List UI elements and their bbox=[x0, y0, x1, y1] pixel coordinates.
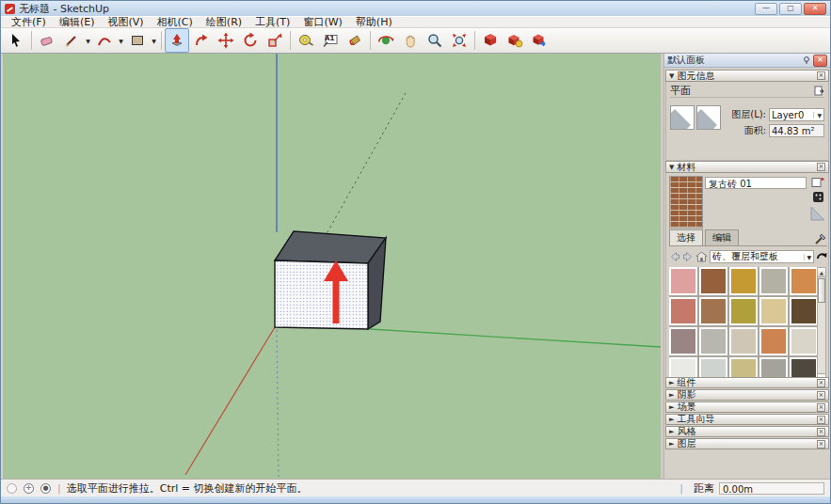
move-tool-button[interactable] bbox=[214, 28, 238, 53]
share-component-button[interactable] bbox=[527, 28, 551, 53]
move-icon bbox=[217, 32, 234, 49]
panel-section-collapsed[interactable]: ► 风格 × bbox=[665, 426, 829, 437]
panel-section-collapsed[interactable]: ► 工具向导 × bbox=[665, 414, 829, 425]
scale-tool-button[interactable] bbox=[263, 28, 287, 53]
material-swatch[interactable] bbox=[729, 327, 758, 355]
3d-viewport[interactable] bbox=[3, 54, 661, 479]
materials-header[interactable]: ▼ 材料 × bbox=[665, 161, 829, 173]
box-front-face-selected[interactable] bbox=[275, 260, 368, 329]
material-swatch[interactable] bbox=[699, 297, 727, 325]
status-hint: 选取平面进行推拉。Ctrl = 切换创建新的开始平面。 bbox=[67, 481, 308, 496]
close-button[interactable]: ✕ bbox=[804, 3, 826, 15]
panel-section-collapsed[interactable]: ► 组件 × bbox=[665, 377, 829, 388]
paint-bucket-tool-button[interactable] bbox=[343, 28, 367, 53]
maximize-button[interactable]: ▢ bbox=[779, 3, 802, 15]
menu-item[interactable]: 帮助(H) bbox=[349, 17, 399, 28]
panel-section-collapsed[interactable]: ► 阴影 × bbox=[665, 389, 829, 401]
material-swatch[interactable] bbox=[790, 297, 818, 325]
pan-tool-button[interactable] bbox=[398, 28, 423, 53]
push-pull-tool-button[interactable] bbox=[165, 28, 189, 53]
swatch-scrollbar[interactable]: ▲ ▼ bbox=[817, 267, 826, 384]
line-tool-button[interactable] bbox=[59, 28, 84, 53]
material-swatch[interactable] bbox=[699, 267, 727, 295]
arc-tool-dropdown-arrow[interactable]: ▼ bbox=[117, 29, 125, 52]
rectangle-tool-button[interactable] bbox=[125, 28, 150, 53]
material-swatch[interactable] bbox=[669, 297, 697, 325]
arc-tool-button[interactable] bbox=[92, 28, 117, 53]
menu-item[interactable]: 绘图(R) bbox=[200, 17, 248, 28]
orbit-tool-button[interactable] bbox=[374, 28, 398, 53]
share-model-button[interactable] bbox=[503, 28, 527, 53]
menu-item[interactable]: 窗口(W) bbox=[296, 17, 348, 28]
minimize-button[interactable]: — bbox=[755, 3, 777, 15]
help-icon[interactable]: ● bbox=[40, 483, 51, 494]
close-section-icon[interactable]: × bbox=[817, 391, 825, 400]
entity-details-icon[interactable] bbox=[814, 86, 824, 96]
follow-me-tool-button[interactable] bbox=[189, 28, 214, 53]
material-name-input[interactable]: 复古砖 01 bbox=[705, 177, 807, 189]
layer-label: 图层(L): bbox=[725, 108, 766, 121]
create-material-icon[interactable] bbox=[811, 176, 824, 188]
entity-info-header[interactable]: ▼ 图元信息 × bbox=[665, 70, 829, 82]
box-top-face[interactable] bbox=[275, 231, 386, 263]
tape-measure-tool-button[interactable] bbox=[294, 28, 318, 53]
close-section-icon[interactable]: × bbox=[817, 71, 825, 80]
close-section-icon[interactable]: × bbox=[817, 163, 825, 171]
get-models-button[interactable] bbox=[478, 28, 503, 53]
pin-icon[interactable] bbox=[802, 55, 811, 65]
forward-arrow-icon[interactable] bbox=[682, 251, 694, 262]
layer-dropdown[interactable]: Layer0 ▼ bbox=[769, 108, 824, 121]
menu-item[interactable]: 视图(V) bbox=[101, 17, 150, 28]
material-swatch[interactable] bbox=[790, 327, 818, 355]
menu-item[interactable]: 相机(C) bbox=[151, 17, 200, 28]
eyedropper-icon[interactable] bbox=[814, 232, 827, 245]
eraser-tool-button[interactable] bbox=[35, 28, 59, 53]
tab-edit[interactable]: 编辑 bbox=[705, 229, 739, 245]
home-icon[interactable] bbox=[695, 251, 708, 262]
distance-value-input[interactable]: 0.00m bbox=[719, 482, 824, 495]
material-swatch[interactable] bbox=[669, 327, 697, 355]
zoom-extents-tool-button[interactable] bbox=[447, 28, 471, 53]
tab-select[interactable]: 选择 bbox=[669, 229, 703, 245]
panel-section-collapsed[interactable]: ► 场景 × bbox=[665, 402, 829, 413]
menu-item[interactable]: 编辑(E) bbox=[53, 17, 102, 28]
close-section-icon[interactable]: × bbox=[817, 428, 825, 436]
tape-measure-icon bbox=[297, 32, 314, 49]
back-arrow-icon[interactable] bbox=[669, 251, 680, 262]
material-swatch[interactable] bbox=[759, 327, 788, 355]
rectangle-tool-dropdown-arrow[interactable]: ▼ bbox=[150, 29, 158, 52]
details-arrow-icon[interactable] bbox=[816, 251, 827, 262]
sample-arrow-icon[interactable] bbox=[810, 206, 825, 221]
geolocate-icon[interactable] bbox=[7, 483, 17, 494]
chevron-down-icon: ▼ bbox=[804, 254, 811, 260]
material-swatch[interactable] bbox=[729, 297, 758, 325]
select-tool-button[interactable] bbox=[4, 28, 28, 53]
material-swatch[interactable] bbox=[759, 267, 788, 295]
panel-section-collapsed[interactable]: ► 图层 × bbox=[665, 438, 829, 449]
material-swatch[interactable] bbox=[699, 327, 727, 355]
menu-item[interactable]: 文件(F) bbox=[5, 17, 53, 28]
zoom-tool-button[interactable] bbox=[423, 28, 447, 53]
secondary-pane-icon[interactable] bbox=[812, 191, 824, 203]
material-swatch[interactable] bbox=[759, 297, 788, 325]
close-section-icon[interactable]: × bbox=[817, 379, 825, 387]
face-back-thumbnail[interactable] bbox=[696, 105, 721, 130]
pan-hand-icon bbox=[402, 32, 419, 49]
close-section-icon[interactable]: × bbox=[817, 416, 825, 424]
credits-icon[interactable]: ✛ bbox=[24, 483, 34, 494]
close-section-icon[interactable]: × bbox=[817, 440, 825, 449]
menu-item[interactable]: 工具(T) bbox=[248, 17, 296, 28]
face-front-thumbnail[interactable] bbox=[670, 105, 695, 130]
material-swatch[interactable] bbox=[729, 267, 758, 295]
line-tool-dropdown-arrow[interactable]: ▼ bbox=[84, 29, 92, 52]
material-category-dropdown[interactable]: 砖、覆层和壁板 ▼ bbox=[710, 250, 814, 263]
text-tool-button[interactable]: A1 bbox=[318, 28, 343, 53]
rotate-tool-button[interactable] bbox=[238, 28, 263, 53]
material-swatch[interactable] bbox=[669, 267, 697, 295]
panel-close-button[interactable]: ✕ bbox=[813, 55, 827, 67]
material-swatch[interactable] bbox=[790, 267, 818, 295]
scrollbar-thumb[interactable] bbox=[818, 278, 825, 303]
section-label: 风格 bbox=[677, 425, 817, 438]
close-section-icon[interactable]: × bbox=[817, 403, 825, 412]
scroll-up-icon[interactable]: ▲ bbox=[818, 268, 825, 277]
